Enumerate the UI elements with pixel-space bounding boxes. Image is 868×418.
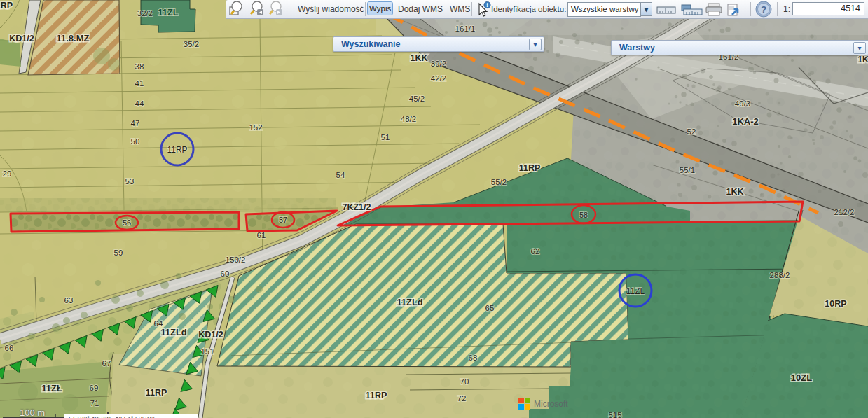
svg-text:65: 65 — [485, 304, 495, 312]
svg-text:69: 69 — [90, 384, 99, 392]
svg-text:161/1: 161/1 — [455, 25, 476, 33]
svg-text:11RP: 11RP — [146, 388, 167, 398]
svg-text:71: 71 — [90, 399, 99, 407]
svg-text:11ZLd: 11ZLd — [160, 327, 187, 337]
svg-text:11RP: 11RP — [519, 163, 541, 173]
svg-text:58: 58 — [579, 211, 588, 219]
svg-text:50: 50 — [131, 137, 140, 146]
svg-text:68: 68 — [469, 354, 478, 362]
svg-text:151: 151 — [200, 347, 214, 356]
svg-text:KD1/2: KD1/2 — [9, 34, 34, 43]
svg-text:11RP: 11RP — [366, 391, 387, 400]
svg-text:39/2: 39/2 — [431, 60, 446, 68]
svg-text:62: 62 — [531, 247, 540, 256]
svg-text:35/2: 35/2 — [184, 40, 199, 48]
svg-text:11ZL: 11ZL — [158, 7, 179, 18]
svg-text:72: 72 — [457, 394, 467, 403]
svg-text:48/2: 48/2 — [401, 115, 416, 123]
svg-text:38: 38 — [135, 62, 144, 71]
svg-text:29: 29 — [3, 169, 12, 178]
svg-text:1KK: 1KK — [410, 53, 427, 63]
svg-text:150/2: 150/2 — [226, 256, 246, 264]
svg-text:11RP: 11RP — [167, 145, 187, 155]
svg-text:66: 66 — [5, 344, 14, 352]
svg-text:1RP: 1RP — [0, 1, 13, 11]
svg-text:212/2: 212/2 — [834, 208, 855, 216]
svg-text:57: 57 — [279, 216, 287, 224]
svg-text:KD1/2: KD1/2 — [198, 330, 223, 340]
svg-text:56: 56 — [123, 218, 131, 227]
svg-text:70: 70 — [460, 377, 469, 386]
svg-text:10ZL: 10ZL — [791, 372, 812, 383]
svg-text:42/2: 42/2 — [431, 74, 446, 83]
svg-text:47: 47 — [131, 119, 140, 127]
svg-text:67: 67 — [102, 359, 111, 368]
svg-text:55/1: 55/1 — [680, 166, 695, 174]
svg-text:54: 54 — [336, 171, 345, 179]
svg-text:44: 44 — [135, 99, 144, 108]
svg-text:49/3: 49/3 — [735, 99, 750, 108]
svg-text:55/2: 55/2 — [491, 178, 507, 186]
svg-text:515: 515 — [608, 411, 621, 418]
svg-text:11ZŁ: 11ZŁ — [41, 383, 62, 393]
svg-text:45/2: 45/2 — [409, 95, 425, 103]
svg-text:51: 51 — [381, 133, 390, 141]
svg-text:152: 152 — [249, 123, 262, 132]
svg-text:60: 60 — [221, 270, 230, 278]
svg-text:1K: 1K — [857, 55, 868, 64]
svg-text:11ZL: 11ZL — [626, 286, 645, 296]
svg-text:41: 41 — [135, 79, 144, 88]
svg-text:1KA-2: 1KA-2 — [732, 116, 759, 127]
svg-text:63: 63 — [64, 296, 74, 305]
svg-text:10RP: 10RP — [825, 299, 846, 309]
svg-text:288/2: 288/2 — [770, 271, 790, 279]
svg-text:11.8.MZ: 11.8.MZ — [57, 33, 90, 43]
svg-text:1KK: 1KK — [726, 187, 743, 197]
svg-text:7KZ1/2: 7KZ1/2 — [343, 202, 371, 212]
svg-text:59: 59 — [114, 249, 123, 257]
svg-text:61: 61 — [257, 231, 266, 239]
svg-text:11ZLd: 11ZLd — [397, 297, 423, 307]
svg-text:i: i — [486, 2, 488, 8]
svg-text:53: 53 — [125, 177, 135, 186]
svg-text:32/2: 32/2 — [137, 9, 153, 18]
svg-text:52: 52 — [687, 127, 696, 136]
svg-text:?: ? — [761, 4, 766, 15]
